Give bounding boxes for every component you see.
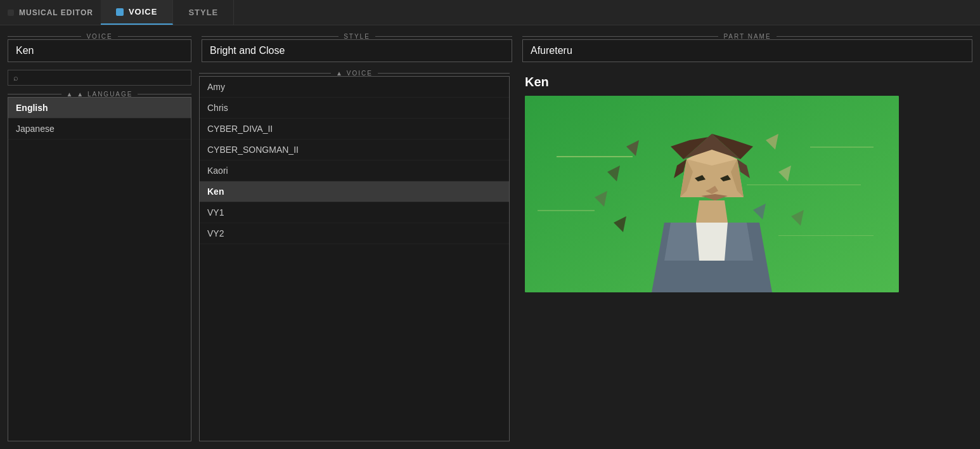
character-svg	[525, 96, 899, 292]
voice-item-kaori[interactable]: Kaori	[200, 160, 509, 181]
voice-item-cyber-songman-ii[interactable]: CYBER_SONGMAN_II	[200, 140, 509, 160]
voice-item-amy[interactable]: Amy	[200, 77, 509, 98]
language-list[interactable]: English Japanese	[8, 97, 191, 441]
tab-voice[interactable]: VOICE	[101, 0, 173, 25]
middle-panel: ▲ VOICE Amy Chris CYBER_DIVA_II CYBER_SO…	[199, 70, 510, 441]
search-box[interactable]: ⌕	[8, 70, 191, 86]
main-content: VOICE STYLE PART NAME	[0, 25, 980, 449]
voice-input[interactable]	[8, 39, 191, 62]
style-field-group: STYLE	[202, 33, 512, 62]
tab-style[interactable]: STYLE	[173, 0, 234, 25]
partname-field-group: PART NAME	[522, 33, 972, 62]
voice-field-group: VOICE	[8, 33, 191, 62]
style-input[interactable]	[202, 39, 512, 62]
logo-icon	[8, 10, 14, 16]
partname-input[interactable]	[522, 39, 972, 62]
partname-field-label-line: PART NAME	[522, 33, 972, 40]
character-image	[525, 96, 899, 292]
top-fields: VOICE STYLE PART NAME	[8, 33, 972, 62]
tab-voice-label: VOICE	[129, 7, 157, 16]
language-item-japanese[interactable]: Japanese	[8, 119, 191, 140]
voice-item-ken[interactable]: Ken	[200, 181, 509, 202]
right-panel: Ken	[517, 70, 972, 441]
voice-tab-icon	[116, 8, 124, 16]
tab-style-label: STYLE	[188, 8, 218, 17]
voice-item-chris[interactable]: Chris	[200, 98, 509, 119]
svg-rect-31	[557, 156, 633, 157]
style-field-label-wrapper: STYLE	[202, 33, 512, 40]
app-title: MUSICAL EDITOR	[19, 8, 93, 17]
svg-rect-34	[778, 235, 874, 236]
voice-item-vy2[interactable]: VY2	[200, 223, 509, 244]
voice-item-cyber-diva-ii[interactable]: CYBER_DIVA_II	[200, 119, 509, 140]
left-panel: ⌕ ▲ ▲ LANGUAGE English Japanese	[8, 70, 191, 441]
language-item-english[interactable]: English	[8, 98, 191, 119]
partname-field-label: PART NAME	[718, 33, 776, 40]
style-field-label-line: STYLE	[202, 33, 512, 40]
svg-rect-32	[747, 185, 861, 185]
character-name: Ken	[525, 75, 965, 89]
search-icon: ⌕	[13, 73, 18, 82]
voice-item-vy1[interactable]: VY1	[200, 202, 509, 223]
app-logo: MUSICAL EDITOR	[0, 0, 101, 25]
svg-rect-35	[810, 146, 874, 148]
svg-rect-33	[538, 210, 595, 211]
panels-row: ⌕ ▲ ▲ LANGUAGE English Japanese	[8, 70, 972, 441]
voice-field-label-wrapper: VOICE	[8, 33, 191, 40]
partname-field-label-wrapper: PART NAME	[522, 33, 972, 40]
language-panel: ▲ ▲ LANGUAGE English Japanese	[8, 91, 191, 441]
tab-bar: MUSICAL EDITOR VOICE STYLE	[0, 0, 980, 25]
style-field-label: STYLE	[338, 33, 375, 40]
voice-field-label: VOICE	[81, 33, 117, 40]
voice-field-label-line: VOICE	[8, 33, 191, 40]
svg-marker-9	[696, 200, 728, 223]
svg-marker-8	[696, 223, 728, 261]
voice-list[interactable]: Amy Chris CYBER_DIVA_II CYBER_SONGMAN_II…	[199, 76, 510, 441]
search-input[interactable]	[22, 73, 186, 82]
